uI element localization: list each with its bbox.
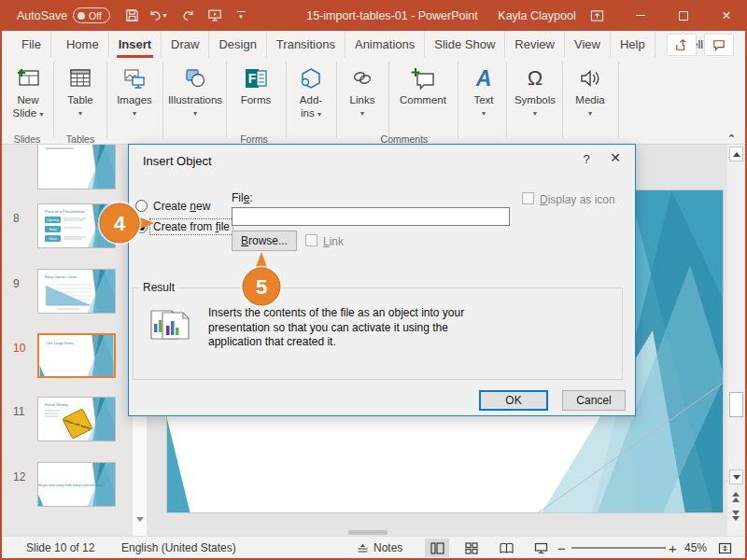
tab-review[interactable]: Review [505, 31, 565, 58]
notes-icon [357, 543, 369, 553]
next-slide-button[interactable] [732, 511, 740, 521]
tab-draw[interactable]: Draw [162, 31, 209, 58]
create-from-file-label: Create from file [149, 218, 233, 235]
thumbnail-number: 12 [13, 470, 34, 483]
link-label: Link [323, 235, 344, 248]
thumbnail-slide-11[interactable]: Finish Strong FINISH LINE AHEAD [37, 397, 116, 441]
caret-line-icon [237, 11, 246, 12]
tab-slide-show[interactable]: Slide Show [425, 31, 505, 58]
minimize-button[interactable] [620, 0, 661, 31]
images-button[interactable]: Images ▾ [110, 63, 159, 118]
status-bar: Slide 10 of 12 English (United States) N… [0, 536, 747, 558]
zoom-in-button[interactable]: + [669, 537, 677, 559]
svg-text:Use Large Fonts: Use Large Fonts [46, 341, 74, 345]
browse-button[interactable]: Browse... [232, 231, 297, 251]
symbols-button[interactable]: Ω Symbols ▾ [510, 63, 560, 118]
illustrations-icon [182, 63, 208, 94]
reading-view-button[interactable] [494, 539, 518, 557]
file-path-input[interactable] [232, 207, 510, 226]
autosave-toggle[interactable]: Off [73, 0, 110, 31]
tab-transitions[interactable]: Transitions [267, 31, 345, 58]
save-button[interactable] [121, 0, 142, 31]
ribbon-display-options-button[interactable] [584, 0, 610, 31]
reading-view-icon [500, 542, 514, 554]
thumbnail-slide-7-partial[interactable] [37, 145, 116, 189]
tab-help[interactable]: Help [611, 31, 655, 58]
share-icon [675, 38, 688, 51]
dropdown-arrow-icon: ▾ [482, 109, 486, 118]
cancel-button[interactable]: Cancel [562, 390, 626, 411]
svg-text:Easy Values Chart: Easy Values Chart [45, 274, 78, 279]
dropdown-arrow-icon: ▾ [193, 109, 197, 118]
tab-insert[interactable]: Insert [109, 31, 162, 58]
dropdown-arrow-icon: ▾ [133, 109, 136, 118]
text-button[interactable]: A Text ▾ [463, 63, 504, 118]
forms-icon: F [242, 63, 270, 94]
vertical-scrollbar[interactable] [727, 145, 745, 536]
media-icon [578, 63, 602, 94]
present-icon [207, 8, 222, 22]
ok-button[interactable]: OK [479, 390, 548, 411]
zoom-out-button[interactable]: − [557, 537, 566, 559]
svg-text:F: F [248, 71, 257, 86]
step-badge-4: 4 [96, 200, 156, 250]
new-slide-icon [14, 63, 42, 94]
thumbnail-slide-10-selected[interactable]: Use Large Fonts [37, 333, 116, 378]
zoom-slider-track[interactable] [571, 547, 666, 549]
thumbnail-slide-9[interactable]: Easy Values Chart [37, 269, 116, 314]
svg-text:What did you take away from to: What did you take away from today's pres… [38, 483, 105, 487]
collapse-ribbon-button[interactable]: ⌃ [727, 133, 736, 145]
fit-slide-to-window-button[interactable] [712, 539, 737, 557]
table-button[interactable]: Table ▾ [58, 63, 103, 118]
language-indicator[interactable]: English (United States) [121, 537, 236, 559]
links-button[interactable]: Links ▾ [340, 63, 385, 118]
tab-animations[interactable]: Animations [345, 31, 425, 58]
notes-toggle[interactable]: Notes [357, 537, 402, 559]
illustrations-button[interactable]: Illustrations ▾ [166, 63, 224, 118]
tab-file[interactable]: File [11, 31, 51, 58]
scrollbar-thumb[interactable] [729, 392, 743, 417]
thumbnail-slide-12[interactable]: What did you take away from today's pres… [37, 462, 116, 507]
save-icon [125, 8, 139, 22]
redo-button[interactable] [177, 0, 198, 31]
zoom-percentage[interactable]: 45% [684, 537, 707, 559]
links-icon [350, 63, 374, 94]
slide-sorter-icon [465, 542, 478, 554]
slide-sorter-view-button[interactable] [459, 539, 484, 557]
start-presentation-button[interactable] [204, 0, 226, 31]
dropdown-arrow-icon: ▾ [533, 109, 537, 118]
share-button[interactable] [667, 34, 697, 56]
dialog-help-button[interactable]: ? [575, 152, 598, 171]
undo-button[interactable]: ▾ [146, 0, 170, 31]
thumbnail-number-selected: 10 [13, 342, 34, 355]
tab-design[interactable]: Design [209, 31, 266, 58]
link-checkbox[interactable] [305, 234, 317, 246]
display-as-icon-checkbox[interactable] [522, 192, 534, 204]
close-button[interactable]: ✕ [706, 0, 747, 31]
title-bar: AutoSave Off ▾ ▾ 15-import-tables-01 - P… [0, 0, 747, 31]
add-ins-button[interactable]: Add-ins ▾ [289, 63, 332, 120]
forms-button[interactable]: F Forms [230, 63, 282, 107]
maximize-button[interactable] [663, 0, 704, 31]
comment-bubble-icon [712, 39, 726, 51]
slide-show-button[interactable] [529, 539, 553, 557]
normal-view-button[interactable] [425, 539, 449, 557]
tab-view[interactable]: View [565, 31, 611, 58]
file-label: File: [232, 191, 253, 204]
add-ins-icon [298, 63, 324, 94]
previous-slide-button[interactable] [732, 492, 740, 502]
horizontal-scrollbar-thumb[interactable] [348, 530, 388, 535]
autosave-label: AutoSave [17, 0, 67, 31]
dialog-close-button[interactable]: ✕ [601, 150, 629, 171]
tab-home[interactable]: Home [57, 31, 109, 58]
media-button[interactable]: Media ▾ [566, 63, 614, 118]
result-description: Inserts the contents of the file as an o… [208, 306, 502, 350]
new-comment-button[interactable]: Comment [392, 63, 454, 107]
customize-quick-access-button[interactable]: ▾ [232, 0, 250, 31]
new-slide-button[interactable]: New Slide ▾ [6, 63, 50, 120]
thumbnail-number: 8 [13, 212, 34, 225]
scroll-up-button[interactable] [729, 147, 743, 161]
redo-icon [181, 9, 195, 22]
scroll-down-button[interactable] [729, 469, 743, 484]
comments-button[interactable] [704, 34, 734, 56]
